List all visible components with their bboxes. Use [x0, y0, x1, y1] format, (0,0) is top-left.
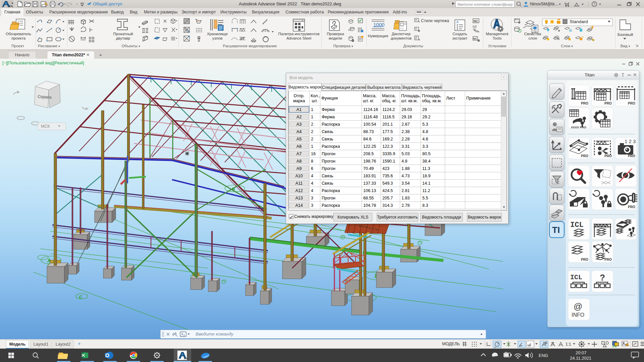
svg-text:20:07: 20:07: [576, 350, 587, 355]
svg-text:C: C: [79, 295, 82, 299]
svg-text:МСК: МСК: [41, 124, 50, 129]
svg-text:PRO: PRO: [581, 154, 588, 158]
svg-text:ICL: ICL: [570, 221, 584, 229]
svg-text:24.11.2021: 24.11.2021: [570, 356, 591, 361]
svg-text:PRO: PRO: [581, 258, 588, 261]
svg-text:?: ?: [600, 273, 605, 283]
svg-text:PRO: PRO: [604, 102, 612, 105]
svg-text:PRO: PRO: [628, 205, 635, 209]
svg-text:PRO: PRO: [604, 258, 612, 261]
svg-text:INFO: INFO: [572, 312, 584, 318]
svg-text:PRO: PRO: [628, 102, 635, 105]
svg-text:1:1: 1:1: [566, 342, 571, 347]
svg-text:PRO: PRO: [581, 102, 588, 105]
svg-text:STL: STL: [184, 358, 188, 360]
svg-text:A: A: [47, 258, 51, 263]
svg-text:XXXX PRO: XXXX PRO: [571, 126, 586, 129]
svg-text:@: @: [574, 301, 582, 311]
svg-text:PRO: PRO: [628, 154, 635, 158]
svg-text:TI: TI: [552, 225, 560, 235]
svg-text:PRO: PRO: [604, 154, 612, 158]
svg-text:ICL: ICL: [570, 274, 582, 281]
svg-text:Справа: Справа: [38, 94, 52, 100]
svg-text:ENG: ENG: [539, 353, 548, 358]
svg-text:1 2 3: 1 2 3: [625, 138, 636, 144]
